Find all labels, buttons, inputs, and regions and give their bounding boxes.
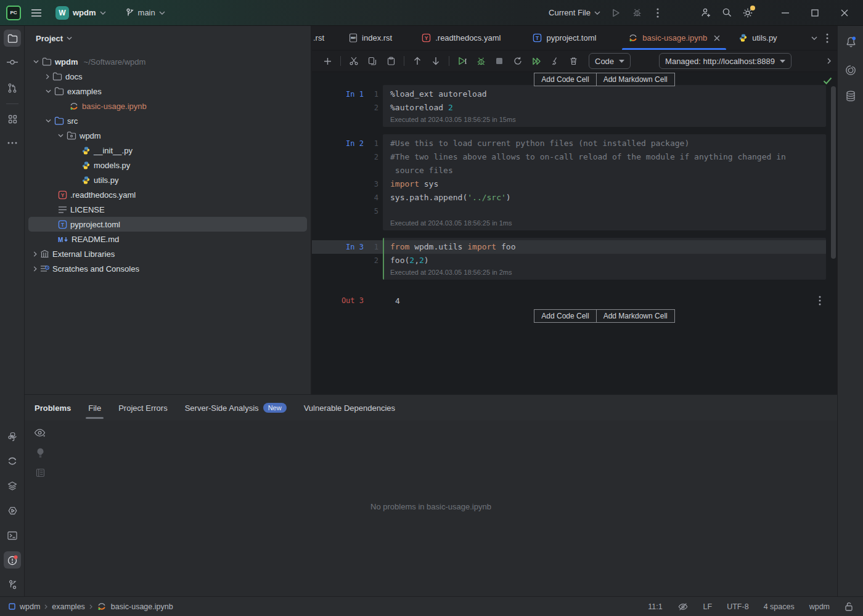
interpreter-widget[interactable]: wpdm	[809, 602, 830, 611]
tree-item-readthedocs-yaml[interactable]: Y .readthedocs.yaml	[25, 187, 311, 202]
problems-tab-vulnerable-dependencies[interactable]: Vulnerable Dependencies	[304, 395, 395, 421]
unlock-icon[interactable]	[845, 602, 853, 611]
tree-item-external-libraries[interactable]: External Libraries	[25, 246, 311, 261]
tree-item-docs[interactable]: docs	[25, 69, 311, 84]
tree-item-examples[interactable]: examples	[25, 84, 311, 99]
project-panel-header[interactable]: Project	[25, 26, 311, 51]
highlighting-level-icon[interactable]	[677, 602, 689, 612]
tree-item-pyproject-toml[interactable]: T pyproject.toml	[25, 217, 311, 232]
run-configuration-selector[interactable]: Current File	[545, 4, 604, 22]
tree-item-src[interactable]: src	[25, 113, 311, 128]
move-cell-down-button[interactable]	[428, 53, 444, 69]
notebook-cell-1[interactable]: In 1 1 2 %load_ext autoreload %autoreloa…	[312, 85, 837, 127]
run-all-cells-button[interactable]	[528, 53, 544, 69]
tool-python-packages-button[interactable]	[4, 428, 21, 445]
add-markdown-cell-button[interactable]: Add Markdown Cell	[596, 309, 675, 323]
tool-services-button[interactable]	[4, 477, 21, 495]
tool-run-button[interactable]	[4, 502, 21, 519]
more-tool-windows-button[interactable]	[4, 134, 21, 152]
tree-item-basic-usage-ipynb[interactable]: basic-usage.ipynb	[25, 99, 311, 113]
ai-assistant-button[interactable]	[842, 62, 859, 79]
tool-version-control-button[interactable]	[4, 576, 21, 593]
restart-kernel-button[interactable]	[510, 53, 526, 69]
toolbar-overflow-button[interactable]	[827, 58, 831, 64]
breadcrumb-item[interactable]: basic-usage.ipynb	[111, 602, 173, 611]
delete-cell-button[interactable]	[565, 53, 581, 69]
add-cell-buttons-top: Add Code Cell Add Markdown Cell	[383, 73, 826, 86]
problems-tab-project-errors[interactable]: Project Errors	[118, 395, 167, 421]
tool-commit-button[interactable]	[4, 54, 21, 71]
paste-cell-button[interactable]	[383, 53, 399, 69]
code-with-me-button[interactable]	[697, 4, 715, 22]
database-button[interactable]	[842, 87, 859, 105]
indent-widget[interactable]: 4 spaces	[764, 602, 795, 611]
cell-code-area[interactable]: %load_ext autoreload %autoreload 2 Execu…	[383, 85, 826, 127]
caret-position-widget[interactable]: 11:1	[648, 602, 662, 611]
tab-utils-py[interactable]: utils.py	[731, 26, 784, 50]
close-tab-icon[interactable]	[714, 35, 720, 41]
tab-options-kebab-icon[interactable]	[826, 33, 828, 43]
move-cell-up-button[interactable]	[409, 53, 425, 69]
quick-fix-bulb-icon[interactable]	[36, 448, 44, 458]
encoding-widget[interactable]: UTF-8	[727, 602, 748, 611]
stop-kernel-button[interactable]	[491, 53, 507, 69]
tool-terminal-button[interactable]	[4, 527, 21, 544]
tree-item-license[interactable]: LICENSE	[25, 202, 311, 217]
tool-project-button[interactable]	[4, 30, 21, 47]
tab-rst-partial[interactable]: .rst	[312, 26, 330, 50]
output-options-kebab-icon[interactable]	[819, 296, 821, 306]
tree-item-init-py[interactable]: __init__.py	[25, 143, 311, 158]
tool-pull-requests-button[interactable]	[4, 79, 21, 97]
tool-problems-button[interactable]	[4, 551, 21, 569]
maximize-button[interactable]	[801, 0, 828, 26]
notifications-button[interactable]	[842, 33, 859, 51]
cell-code-area[interactable]: #Use this to load current python files (…	[383, 134, 826, 230]
copy-cell-button[interactable]	[364, 53, 380, 69]
tree-item-utils-py[interactable]: utils.py	[25, 172, 311, 187]
notebook-cell-3[interactable]: In 3 1 2 from wpdm.utils import foo foo(…	[312, 238, 837, 280]
open-details-icon[interactable]	[36, 468, 45, 477]
project-widget[interactable]: W wpdm	[52, 4, 110, 22]
tree-item-wpdm-package[interactable]: wpdm	[25, 128, 311, 143]
tab-basic-usage-ipynb[interactable]: basic-usage.ipynb	[621, 26, 727, 50]
tool-jupyter-button[interactable]	[4, 453, 21, 470]
settings-button[interactable]	[738, 4, 757, 22]
debug-button[interactable]	[628, 4, 646, 22]
tree-item-root-wpdm[interactable]: wpdm ~/Software/wpdm	[25, 54, 311, 69]
tab-list-chevron-icon[interactable]	[811, 36, 817, 40]
notebook-cell-2[interactable]: In 2 1 2 3 4 5 #Use this to load current…	[312, 134, 837, 230]
editor-scrollbar[interactable]	[831, 86, 836, 259]
clear-outputs-button[interactable]	[547, 53, 563, 69]
breadcrumb-item[interactable]: wpdm	[20, 602, 40, 611]
add-code-cell-button[interactable]: Add Code Cell	[534, 73, 596, 86]
minimize-button[interactable]	[772, 0, 799, 26]
add-code-cell-button[interactable]: Add Code Cell	[534, 309, 596, 323]
more-actions-button[interactable]	[648, 4, 667, 22]
jupyter-server-selector[interactable]: Managed: http://localhost:8889	[659, 53, 791, 69]
search-everywhere-button[interactable]	[718, 4, 736, 22]
problems-tab-server-side-analysis[interactable]: Server-Side Analysis New	[185, 395, 287, 421]
main-menu-button[interactable]	[27, 4, 46, 22]
tree-item-readme-md[interactable]: M README.md	[25, 232, 311, 246]
line-separator-widget[interactable]: LF	[703, 602, 713, 611]
tab-index-rst[interactable]: RST index.rst	[342, 26, 399, 50]
cell-code-area[interactable]: from wpdm.utils import foo foo(2,2) Exec…	[383, 238, 826, 280]
problems-tab-file[interactable]: File	[88, 395, 101, 421]
debug-cell-button[interactable]	[473, 53, 489, 69]
tool-structure-button[interactable]	[4, 110, 21, 128]
breadcrumb-item[interactable]: examples	[52, 602, 85, 611]
add-markdown-cell-button[interactable]: Add Markdown Cell	[596, 73, 675, 86]
vcs-branch-widget[interactable]: main	[122, 4, 169, 22]
add-cell-button[interactable]	[319, 53, 335, 69]
cut-cell-button[interactable]	[346, 53, 362, 69]
notebook-editor[interactable]: Add Code Cell Add Markdown Cell In 1 1 2…	[312, 72, 837, 394]
run-cell-button[interactable]	[454, 53, 470, 69]
tab-pyproject-toml[interactable]: T pyproject.toml	[525, 26, 603, 50]
run-button[interactable]	[607, 4, 625, 22]
tab-readthedocs-yaml[interactable]: Y .readthedocs.yaml	[414, 26, 508, 50]
close-window-button[interactable]	[831, 0, 858, 26]
tree-item-scratches[interactable]: Scratches and Consoles	[25, 261, 311, 276]
cell-type-selector[interactable]: Code	[589, 53, 631, 69]
tree-item-models-py[interactable]: models.py	[25, 158, 311, 172]
preview-eye-icon[interactable]	[34, 428, 46, 438]
